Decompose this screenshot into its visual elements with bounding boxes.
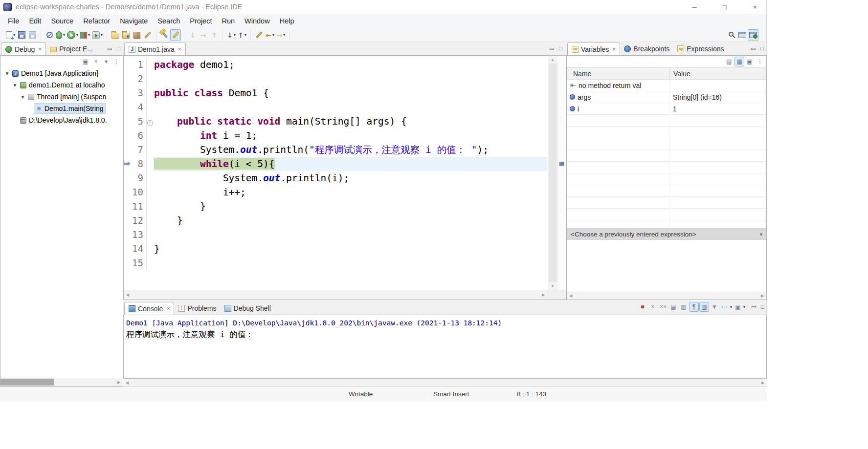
terminate-icon[interactable]: ■ bbox=[638, 302, 647, 311]
scroll-right-icon[interactable] bbox=[758, 292, 766, 299]
current-line-marker[interactable] bbox=[559, 162, 564, 166]
variable-row[interactable]: argsString[0] (id=16) bbox=[567, 91, 766, 103]
console-hscrollbar[interactable] bbox=[123, 379, 767, 386]
new-package-icon[interactable] bbox=[132, 30, 142, 41]
java-perspective-icon[interactable] bbox=[737, 30, 747, 41]
remove-all-terminated-icon[interactable]: × bbox=[91, 57, 100, 66]
display-selected-console-icon[interactable]: ▭ bbox=[720, 302, 729, 311]
menu-project[interactable]: Project bbox=[185, 17, 217, 25]
new-wizard-icon[interactable]: ▾ bbox=[5, 30, 16, 41]
previous-annotation-icon[interactable]: ↑▾ bbox=[237, 30, 247, 41]
chevron-down-icon[interactable]: ▾ bbox=[760, 232, 762, 237]
open-console-icon[interactable]: ▣ bbox=[734, 302, 742, 311]
variable-detail-pane[interactable] bbox=[567, 240, 766, 292]
external-tools-icon[interactable]: ▾ bbox=[91, 30, 103, 41]
code-line[interactable]: 2 bbox=[124, 72, 547, 86]
variable-row[interactable]: i1 bbox=[567, 103, 766, 115]
fold-toggle[interactable]: − bbox=[146, 114, 153, 128]
tab-demo1-java[interactable]: Demo1.java× bbox=[124, 43, 186, 55]
tab-breakpoints[interactable]: Breakpoints bbox=[620, 43, 673, 55]
next-annotation-icon[interactable]: ↓▾ bbox=[226, 30, 236, 41]
code-line[interactable]: 4 bbox=[124, 100, 547, 114]
menu-run[interactable]: Run bbox=[217, 17, 240, 25]
view-menu-icon[interactable]: ⋮ bbox=[112, 57, 121, 66]
minimize-button[interactable]: ─ bbox=[683, 0, 706, 14]
tab-problems[interactable]: Problems bbox=[174, 302, 220, 315]
scroll-left-icon[interactable] bbox=[124, 290, 132, 299]
scroll-up-icon[interactable] bbox=[548, 56, 557, 64]
debug-icon[interactable]: ▾ bbox=[55, 30, 66, 41]
remove-launch-icon[interactable]: × bbox=[648, 302, 657, 311]
close-icon[interactable]: × bbox=[166, 305, 170, 312]
code-area[interactable]: 1package demo1;23public class Demo1 {45−… bbox=[124, 56, 547, 290]
expression-combo[interactable]: <Choose a previously entered expression>… bbox=[567, 228, 766, 240]
menu-help[interactable]: Help bbox=[275, 17, 299, 25]
debug-tree-item[interactable]: ▼Demo1 [Java Application] bbox=[0, 67, 123, 79]
dropdown-arrow-icon[interactable]: ▾ bbox=[283, 33, 285, 37]
minimize-view-button[interactable]: ▭ bbox=[751, 304, 756, 310]
mark-occurrences-icon[interactable] bbox=[171, 30, 180, 41]
scrollbar-thumb[interactable] bbox=[0, 379, 54, 385]
open-type-icon[interactable] bbox=[111, 30, 120, 41]
pin-console-icon[interactable]: ▼ bbox=[710, 302, 719, 311]
scroll-left-icon[interactable] bbox=[567, 292, 575, 299]
scroll-left-icon[interactable] bbox=[123, 379, 131, 386]
console-output[interactable]: Demo1 [Java Application] D:\Develop\Java… bbox=[123, 315, 767, 379]
code-line[interactable]: 9 System.out.println(i); bbox=[124, 171, 547, 185]
step-into-icon[interactable]: ↓ bbox=[188, 30, 198, 41]
debug-tree-item[interactable]: ▼Thread [main] (Suspen bbox=[0, 91, 123, 103]
menu-file[interactable]: File bbox=[3, 17, 24, 25]
tab-debug-shell[interactable]: Debug Shell bbox=[221, 302, 275, 315]
debug-tree-item[interactable]: ≡Demo1.main(String bbox=[0, 103, 123, 114]
code-line[interactable]: 14} bbox=[124, 242, 547, 256]
tab-project-e[interactable]: Project E... bbox=[46, 43, 96, 55]
debug-tree-item[interactable]: D:\Develop\Java\jdk1.8.0. bbox=[0, 114, 123, 126]
last-edit-location-icon[interactable] bbox=[254, 30, 264, 41]
dropdown-arrow-icon[interactable]: ▾ bbox=[743, 305, 745, 309]
dropdown-arrow-icon[interactable]: ▾ bbox=[76, 33, 78, 37]
code-line[interactable]: 8 while(i < 5){ bbox=[124, 157, 547, 171]
remove-all-launches-icon[interactable]: ×× bbox=[659, 302, 668, 311]
maximize-button[interactable]: □ bbox=[713, 0, 736, 14]
search-icon[interactable] bbox=[727, 30, 736, 41]
code-line[interactable]: 7 System.out.println("程序调试演示，注意观察 i 的值： … bbox=[124, 143, 547, 157]
dropdown-arrow-icon[interactable]: ▾ bbox=[88, 33, 90, 37]
close-button[interactable]: × bbox=[744, 0, 766, 14]
code-line[interactable]: 15 bbox=[124, 256, 547, 270]
show-type-names-icon[interactable]: ▤ bbox=[725, 57, 734, 66]
open-resource-icon[interactable] bbox=[121, 30, 131, 41]
column-header-value[interactable]: Value bbox=[669, 68, 766, 79]
debug-perspective-icon[interactable] bbox=[748, 30, 758, 41]
code-line[interactable]: 1package demo1; bbox=[124, 58, 547, 72]
code-line[interactable]: 5− public static void main(String[] args… bbox=[124, 114, 547, 128]
close-icon[interactable]: × bbox=[178, 46, 181, 53]
collapse-arrow-icon[interactable]: ▼ bbox=[3, 71, 11, 76]
scrollbar-thumb[interactable] bbox=[549, 64, 556, 282]
collapse-all-icon[interactable]: ▣ bbox=[745, 57, 754, 66]
code-line[interactable]: 13 bbox=[124, 228, 547, 242]
minimize-view-button[interactable]: ▭ bbox=[549, 45, 554, 52]
dropdown-arrow-icon[interactable]: ▾ bbox=[272, 33, 274, 37]
editor-hscrollbar[interactable] bbox=[124, 290, 547, 299]
code-line[interactable]: 3public class Demo1 { bbox=[124, 86, 547, 100]
dropdown-arrow-icon[interactable]: ▾ bbox=[63, 33, 65, 37]
collapse-arrow-icon[interactable]: ▼ bbox=[11, 83, 19, 88]
dropdown-arrow-icon[interactable]: ▾ bbox=[245, 33, 246, 37]
overview-ruler[interactable] bbox=[557, 56, 566, 290]
debug-hscrollbar[interactable] bbox=[0, 378, 123, 386]
java-search-icon[interactable] bbox=[160, 30, 170, 41]
debug-tree-item[interactable]: ▼demo1.Demo1 at localho bbox=[0, 79, 123, 91]
menu-refactor[interactable]: Refactor bbox=[78, 17, 115, 25]
code-line[interactable]: 6 int i = 1; bbox=[124, 128, 547, 143]
show-output-when-changed-icon[interactable]: ▥ bbox=[700, 302, 709, 311]
column-header-name[interactable]: Name bbox=[567, 70, 669, 78]
step-return-icon[interactable]: ↑ bbox=[209, 30, 219, 41]
menu-navigate[interactable]: Navigate bbox=[115, 17, 153, 25]
code-line[interactable]: 10 i++; bbox=[124, 185, 547, 199]
close-icon[interactable]: × bbox=[612, 46, 616, 53]
scroll-right-icon[interactable] bbox=[759, 379, 767, 386]
menu-search[interactable]: Search bbox=[153, 17, 185, 25]
dropdown-arrow-icon[interactable]: ▾ bbox=[101, 33, 103, 37]
maximize-view-button[interactable]: □ bbox=[760, 45, 764, 52]
dropdown-arrow-icon[interactable]: ▾ bbox=[234, 33, 236, 37]
